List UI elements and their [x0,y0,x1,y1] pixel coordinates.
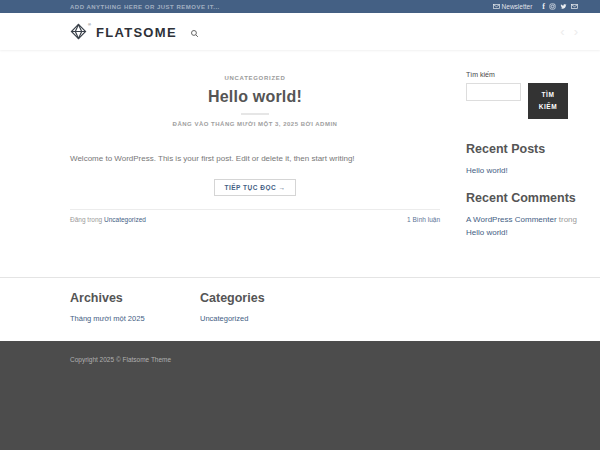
title-divider [241,113,269,115]
recent-comment-item: A WordPress Commenter trong Hello world! [466,214,578,240]
post-article: UNCATEGORIZED Hello world! ĐĂNG VÀO THÁN… [70,66,440,277]
archives-widget: Archives Tháng mười một 2025 [70,291,200,341]
search-icon[interactable] [190,29,199,38]
email-icon [571,3,578,10]
post-footer-meta: Đăng trong Uncategorized 1 Bình luận [70,209,440,223]
posted-in-category-link[interactable]: Uncategorized [104,216,146,223]
comment-author-link[interactable]: A WordPress Commenter [466,215,557,224]
newsletter-envelope-icon [493,3,500,10]
search-label: Tìm kiếm [466,71,578,78]
categories-title: Categories [200,291,330,305]
logo[interactable]: ® FLATSOME [70,23,177,40]
posted-in-label: Đăng trong [70,216,102,223]
email-link[interactable] [571,3,578,10]
facebook-icon: f [542,3,545,10]
newsletter-label: Newsletter [502,3,533,10]
footer-widgets: Archives Tháng mười một 2025 Categories … [0,277,600,341]
next-arrow-icon[interactable]: › [574,25,578,38]
social-icons: f [542,3,578,10]
comment-prefix: trong [559,215,577,224]
post-category-link[interactable]: UNCATEGORIZED [225,75,286,81]
twitter-icon [560,3,567,10]
newsletter-link[interactable]: Newsletter [493,3,533,10]
top-bar: ADD ANYTHING HERE OR JUST REMOVE IT... N… [0,0,600,13]
recent-comments-widget: Recent Comments A WordPress Commenter tr… [466,191,578,240]
comment-post-link[interactable]: Hello world! [466,228,508,237]
logo-text: FLATSOME [96,25,177,40]
recent-post-link[interactable]: Hello world! [466,166,508,175]
category-link[interactable]: Uncategorized [200,314,248,323]
recent-comments-title: Recent Comments [466,191,578,205]
instagram-icon [549,3,556,10]
read-more-button[interactable]: TIẾP TỤC ĐỌC → [214,179,295,196]
copyright-bar: Copyright 2025 © Flatsome Theme [0,341,600,450]
twitter-link[interactable] [560,3,567,10]
categories-widget: Categories Uncategorized [200,291,330,341]
recent-posts-widget: Recent Posts Hello world! [466,142,578,178]
recent-posts-title: Recent Posts [466,142,578,156]
site-header: ® FLATSOME ‹ › [0,13,600,50]
instagram-link[interactable] [549,3,556,10]
topbar-message: ADD ANYTHING HERE OR JUST REMOVE IT... [70,4,220,10]
post-excerpt: Welcome to WordPress. This is your first… [70,153,440,165]
comments-link[interactable]: 1 Bình luận [407,216,440,223]
post-meta-date: ĐĂNG VÀO THÁNG MƯỜI MỘT 3, 2025 BỞI ADMI… [70,121,440,127]
archive-link[interactable]: Tháng mười một 2025 [70,314,145,323]
sidebar: Tìm kiếm TÌM KIẾM Recent Posts Hello wor… [466,66,578,277]
registered-mark: ® [88,22,91,27]
main-content: UNCATEGORIZED Hello world! ĐĂNG VÀO THÁN… [0,50,600,277]
recent-post-item: Hello world! [466,165,578,178]
post-nav-arrows: ‹ › [560,25,578,38]
facebook-link[interactable]: f [542,3,545,10]
search-submit-button[interactable]: TÌM KIẾM [528,83,568,119]
post-title: Hello world! [70,88,440,106]
archives-title: Archives [70,291,200,305]
search-input[interactable] [466,83,521,101]
prev-arrow-icon[interactable]: ‹ [560,25,564,38]
flatsome-gem-icon [70,23,87,40]
copyright-text: Copyright 2025 © Flatsome Theme [70,356,171,363]
